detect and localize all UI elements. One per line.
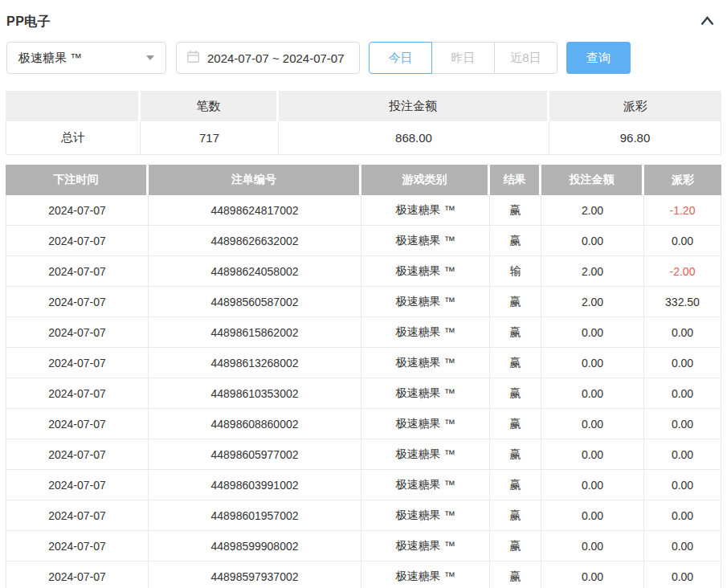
summary-col-payout: 派彩 — [549, 91, 721, 121]
cell-game-type: 极速糖果 ™ — [361, 195, 490, 226]
table-row: 2024-07-07 44898597937002 极速糖果 ™ 赢 0.00 … — [6, 561, 721, 588]
cell-bet-id: 44898597937002 — [149, 561, 361, 588]
summary-header-row: 笔数 投注金额 派彩 — [6, 91, 721, 121]
cell-bet-time: 2024-07-07 — [6, 561, 149, 588]
cell-game-type: 极速糖果 ™ — [361, 470, 490, 500]
table-row: 2024-07-07 44898610353002 极速糖果 ™ 赢 0.00 … — [6, 378, 721, 409]
cell-payout: -1.20 — [644, 195, 721, 226]
col-header-bet-amount: 投注金额 — [541, 165, 644, 195]
table-row: 2024-07-07 44898560587002 极速糖果 ™ 赢 2.00 … — [6, 287, 721, 317]
date-range-input[interactable]: 2024-07-07 ~ 2024-07-07 — [176, 42, 360, 74]
cell-bet-amount: 0.00 — [541, 409, 644, 439]
summary-table: 笔数 投注金额 派彩 总计 717 868.00 96.80 — [6, 91, 721, 155]
cell-result: 赢 — [490, 378, 541, 409]
cell-payout: 0.00 — [644, 409, 721, 439]
cell-bet-id: 44898615862002 — [149, 317, 361, 348]
cell-bet-amount: 0.00 — [541, 378, 644, 409]
cell-bet-id: 44898560587002 — [149, 287, 361, 317]
table-row: 2024-07-07 44898624058002 极速糖果 ™ 输 2.00 … — [6, 256, 721, 287]
collapse-button[interactable] — [698, 14, 717, 31]
quick-filter-last8days[interactable]: 近8日 — [494, 42, 558, 74]
cell-payout: 0.00 — [644, 500, 721, 531]
cell-bet-time: 2024-07-07 — [6, 287, 149, 317]
cell-bet-time: 2024-07-07 — [6, 256, 149, 287]
table-row: 2024-07-07 44898605977002 极速糖果 ™ 赢 0.00 … — [6, 439, 721, 470]
cell-bet-id: 44898603991002 — [149, 470, 361, 500]
cell-game-type: 极速糖果 ™ — [361, 256, 490, 287]
quick-date-filters: 今日 昨日 近8日 — [369, 42, 558, 74]
col-header-game-type: 游戏类别 — [361, 165, 490, 195]
table-row: 2024-07-07 44898626632002 极速糖果 ™ 赢 0.00 … — [6, 226, 721, 256]
calendar-icon — [186, 50, 200, 66]
cell-payout: 0.00 — [644, 348, 721, 378]
summary-col-count: 笔数 — [141, 91, 279, 121]
col-header-bet-id: 注单编号 — [149, 165, 361, 195]
table-row: 2024-07-07 44898601957002 极速糖果 ™ 赢 0.00 … — [6, 500, 721, 531]
table-row: 2024-07-07 44898613268002 极速糖果 ™ 赢 0.00 … — [6, 348, 721, 378]
cell-game-type: 极速糖果 ™ — [361, 409, 490, 439]
cell-bet-id: 44898624817002 — [149, 195, 361, 226]
cell-game-type: 极速糖果 ™ — [361, 439, 490, 470]
table-row: 2024-07-07 44898624817002 极速糖果 ™ 赢 2.00 … — [6, 195, 721, 226]
cell-payout: 0.00 — [644, 226, 721, 256]
cell-bet-time: 2024-07-07 — [6, 470, 149, 500]
table-row: 2024-07-07 44898615862002 极速糖果 ™ 赢 0.00 … — [6, 317, 721, 348]
cell-game-type: 极速糖果 ™ — [361, 226, 490, 256]
chevron-up-icon — [700, 15, 715, 29]
cell-bet-time: 2024-07-07 — [6, 378, 149, 409]
cell-bet-id: 44898599908002 — [149, 531, 361, 561]
col-header-bet-time: 下注时间 — [6, 165, 149, 195]
cell-game-type: 极速糖果 ™ — [361, 287, 490, 317]
quick-filter-today[interactable]: 今日 — [369, 42, 432, 74]
cell-bet-amount: 0.00 — [541, 439, 644, 470]
cell-result: 赢 — [490, 287, 541, 317]
cell-bet-time: 2024-07-07 — [6, 409, 149, 439]
cell-result: 赢 — [490, 409, 541, 439]
cell-bet-id: 44898624058002 — [149, 256, 361, 287]
cell-bet-id: 44898601957002 — [149, 500, 361, 531]
cell-bet-time: 2024-07-07 — [6, 226, 149, 256]
summary-total-row: 总计 717 868.00 96.80 — [6, 121, 721, 155]
cell-bet-amount: 0.00 — [541, 561, 644, 588]
filter-toolbar: 极速糖果 ™ 2024-07-07 ~ 2024-07-07 今日 昨日 近8日… — [6, 42, 721, 74]
cell-game-type: 极速糖果 ™ — [361, 561, 490, 588]
cell-payout: 0.00 — [644, 531, 721, 561]
summary-total-label: 总计 — [6, 121, 141, 155]
cell-bet-amount: 2.00 — [541, 287, 644, 317]
game-select-value: 极速糖果 ™ — [18, 51, 82, 66]
summary-total-payout: 96.80 — [549, 121, 721, 155]
cell-result: 赢 — [490, 531, 541, 561]
cell-game-type: 极速糖果 ™ — [361, 317, 490, 348]
cell-bet-amount: 0.00 — [541, 500, 644, 531]
cell-result: 赢 — [490, 195, 541, 226]
cell-result: 赢 — [490, 348, 541, 378]
cell-game-type: 极速糖果 ™ — [361, 531, 490, 561]
cell-game-type: 极速糖果 ™ — [361, 500, 490, 531]
cell-bet-time: 2024-07-07 — [6, 317, 149, 348]
pp-games-panel: PP电子 极速糖果 ™ 2024-07-07 ~ 2024-07-07 — [0, 0, 727, 588]
cell-result: 赢 — [490, 226, 541, 256]
cell-bet-id: 44898608860002 — [149, 409, 361, 439]
game-select[interactable]: 极速糖果 ™ — [6, 42, 166, 74]
cell-bet-amount: 0.00 — [541, 348, 644, 378]
table-row: 2024-07-07 44898608860002 极速糖果 ™ 赢 0.00 … — [6, 409, 721, 439]
cell-bet-time: 2024-07-07 — [6, 500, 149, 531]
col-header-result: 结果 — [490, 165, 541, 195]
cell-payout: 0.00 — [644, 317, 721, 348]
cell-payout: 0.00 — [644, 470, 721, 500]
caret-down-icon — [146, 55, 154, 60]
cell-game-type: 极速糖果 ™ — [361, 378, 490, 409]
quick-filter-yesterday[interactable]: 昨日 — [431, 42, 495, 74]
cell-bet-id: 44898613268002 — [149, 348, 361, 378]
cell-bet-time: 2024-07-07 — [6, 439, 149, 470]
cell-bet-time: 2024-07-07 — [6, 195, 149, 226]
cell-bet-amount: 0.00 — [541, 531, 644, 561]
cell-payout: 0.00 — [644, 439, 721, 470]
panel-header: PP电子 — [6, 0, 721, 31]
col-header-payout: 派彩 — [644, 165, 721, 195]
summary-total-bet-amount: 868.00 — [279, 121, 549, 155]
bet-table-body: 2024-07-07 44898624817002 极速糖果 ™ 赢 2.00 … — [6, 195, 721, 588]
query-button[interactable]: 查询 — [566, 42, 631, 74]
cell-bet-amount: 0.00 — [541, 317, 644, 348]
cell-payout: 0.00 — [644, 561, 721, 588]
